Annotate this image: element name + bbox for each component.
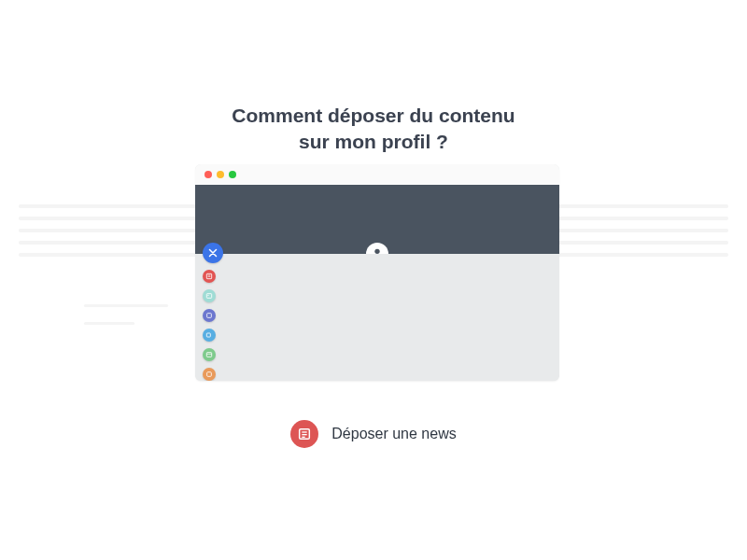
background-decoration-left <box>84 289 168 345</box>
folder-icon <box>205 312 213 319</box>
profile-body <box>195 254 559 381</box>
link-icon <box>205 371 213 378</box>
video-icon <box>205 331 213 339</box>
svg-point-5 <box>207 295 208 296</box>
fab-item-news[interactable] <box>203 270 216 283</box>
calendar-icon <box>205 351 213 358</box>
browser-window <box>195 164 559 381</box>
fab-item-calendar[interactable] <box>203 348 216 361</box>
news-icon <box>205 273 213 280</box>
fab-item-link[interactable] <box>203 368 216 381</box>
fab-column <box>203 243 223 381</box>
page-title: Comment déposer du contenu sur mon profi… <box>0 103 747 156</box>
svg-rect-4 <box>206 294 211 299</box>
svg-rect-7 <box>206 333 210 337</box>
window-maximize-icon[interactable] <box>229 171 236 178</box>
page-title-line1: Comment déposer du contenu <box>232 105 514 126</box>
fab-close-button[interactable] <box>203 243 223 263</box>
deposit-news-button[interactable]: Déposer une news <box>0 420 747 448</box>
window-close-icon[interactable] <box>204 171 212 178</box>
news-icon <box>290 420 318 448</box>
svg-rect-8 <box>206 353 211 357</box>
svg-rect-10 <box>207 372 212 377</box>
deposit-news-label: Déposer une news <box>331 426 456 442</box>
svg-rect-6 <box>207 314 212 318</box>
fab-item-video[interactable] <box>203 329 216 342</box>
profile-header <box>195 185 559 254</box>
photo-icon <box>205 292 213 300</box>
window-minimize-icon[interactable] <box>217 171 224 178</box>
page-title-line2: sur mon profil ? <box>299 131 448 152</box>
fab-item-photo[interactable] <box>203 289 216 302</box>
close-icon <box>207 247 218 259</box>
window-titlebar <box>195 164 559 185</box>
fab-item-folder[interactable] <box>203 309 216 322</box>
